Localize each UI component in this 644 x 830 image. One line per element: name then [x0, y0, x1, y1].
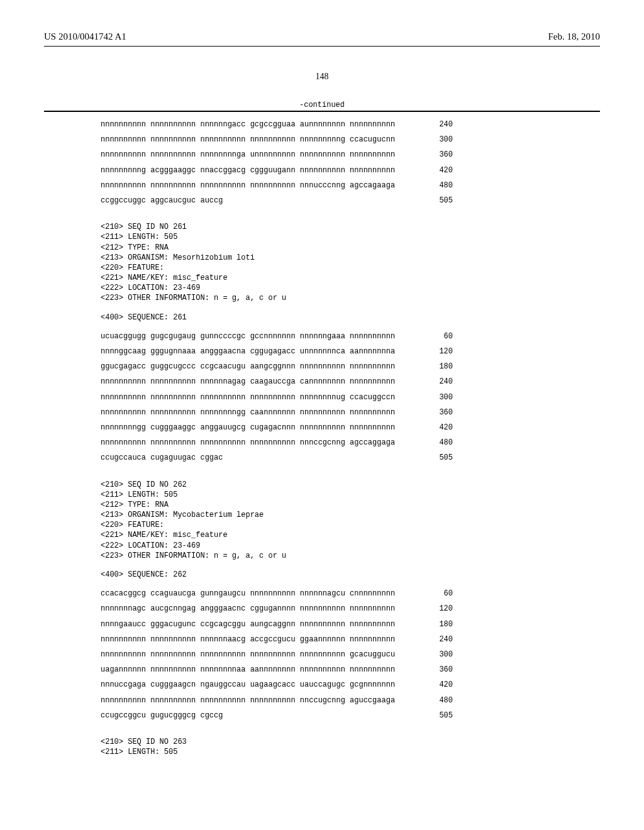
sequence-text: uagannnnnn nnnnnnnnnn nnnnnnnnaa aannnnn… — [101, 665, 395, 675]
sequence-row: nnnnggcaag gggugnnaaa angggaacna cggugag… — [101, 346, 453, 357]
sequence-row: ggucgagacc guggcugccc ccgcaacugu aangcgg… — [101, 362, 453, 372]
sequence-text: nnnngaaucc gggacugunc ccgcagcggu aungcag… — [101, 619, 395, 629]
sequence-position: 360 — [428, 665, 453, 675]
pub-number: US 2010/0041742 A1 — [44, 31, 126, 42]
sequence-position: 420 — [428, 165, 453, 175]
sequence-row: nnnnnnnnnn nnnnnnnnnn nnnnnnnnnn nnnnnnn… — [101, 180, 453, 191]
sequence-content: nnnnnnnnnn nnnnnnnnnn nnnnnngacc gcgccgg… — [44, 119, 600, 757]
sequence-position: 505 — [428, 196, 453, 206]
sequence-row: nnnnnnnnng acgggaaggc nnaccggacg cggguug… — [101, 165, 453, 175]
header-rule — [44, 46, 600, 47]
sequence-metadata: <210> SEQ ID NO 263 <211> LENGTH: 505 — [101, 737, 600, 757]
sequence-metadata: <400> SEQUENCE: 262 — [101, 570, 600, 580]
sequence-position: 180 — [428, 362, 453, 372]
sequence-row: nnnnnnnagc aucgcnngag angggaacnc cggugan… — [101, 604, 453, 614]
sequence-position: 240 — [428, 119, 453, 130]
sequence-row: ccacacggcg ccaguaucga gunngaugcu nnnnnnn… — [101, 589, 453, 599]
sequence-row: nnnnnnnnnn nnnnnnnnnn nnnnnnagag caagauc… — [101, 377, 453, 387]
sequence-position: 480 — [428, 695, 453, 706]
continued-rule — [44, 111, 600, 112]
sequence-text: nnnnnnnnnn nnnnnnnnnn nnnnnnnnnn nnnnnnn… — [101, 650, 395, 660]
sequence-text: nnnnnnnnnn nnnnnnnnnn nnnnnnagag caagauc… — [101, 377, 395, 387]
sequence-position: 360 — [428, 407, 453, 418]
sequence-text: nnnnnnnnnn nnnnnnnnnn nnnnnnnnnn nnnnnnn… — [101, 695, 395, 706]
sequence-position: 300 — [428, 650, 453, 660]
sequence-position: 480 — [428, 180, 453, 191]
sequence-position: 420 — [428, 423, 453, 433]
sequence-row: nnnnnnnngg cugggaaggc anggauugcg cugagac… — [101, 423, 453, 433]
sequence-text: ccugccauca cugaguugac cggac — [101, 453, 223, 463]
sequence-text: ucuacggugg gugcgugaug gunnccccgc gccnnnn… — [101, 331, 395, 341]
sequence-text: ccacacggcg ccaguaucga gunngaugcu nnnnnnn… — [101, 589, 395, 599]
sequence-text: nnnnnnnnnn nnnnnnnnnn nnnnnnnnnn nnnnnnn… — [101, 180, 395, 191]
sequence-row: ccggccuggc aggcaucguc auccg505 — [101, 196, 453, 206]
sequence-position: 60 — [428, 331, 453, 341]
sequence-position: 360 — [428, 150, 453, 160]
sequence-position: 300 — [428, 135, 453, 145]
sequence-position: 240 — [428, 634, 453, 645]
sequence-position: 505 — [428, 453, 453, 463]
sequence-text: nnnnnnnagc aucgcnngag angggaacnc cggugan… — [101, 604, 395, 614]
sequence-row: uagannnnnn nnnnnnnnnn nnnnnnnnaa aannnnn… — [101, 665, 453, 675]
sequence-row: nnnnnnnnnn nnnnnnnnnn nnnnnngacc gcgccgg… — [101, 119, 453, 130]
sequence-block: ccacacggcg ccaguaucga gunngaugcu nnnnnnn… — [44, 589, 600, 726]
sequence-row: nnnuccgaga cugggaagcn ngauggccau uagaagc… — [101, 680, 453, 690]
sequence-row: nnnngaaucc gggacugunc ccgcagcggu aungcag… — [101, 619, 453, 629]
sequence-text: ccggccuggc aggcaucguc auccg — [101, 196, 223, 206]
sequence-text: nnnnnnnnnn nnnnnnnnnn nnnnnnnnnn nnnnnnn… — [101, 438, 395, 448]
sequence-metadata: <210> SEQ ID NO 262 <211> LENGTH: 505 <2… — [101, 480, 600, 562]
sequence-text: nnnnnnnnnn nnnnnnnnnn nnnnnngacc gcgccgg… — [101, 119, 395, 130]
sequence-text: nnnnggcaag gggugnnaaa angggaacna cggugag… — [101, 346, 395, 357]
sequence-metadata: <210> SEQ ID NO 261 <211> LENGTH: 505 <2… — [101, 222, 600, 304]
sequence-row: nnnnnnnnnn nnnnnnnnnn nnnnnnnnnn nnnnnnn… — [101, 135, 453, 145]
sequence-block: nnnnnnnnnn nnnnnnnnnn nnnnnngacc gcgccgg… — [44, 119, 600, 211]
sequence-row: nnnnnnnnnn nnnnnnnnnn nnnnnnnngg caannnn… — [101, 407, 453, 418]
sequence-row: nnnnnnnnnn nnnnnnnnnn nnnnnnnnnn nnnnnnn… — [101, 438, 453, 448]
sequence-position: 60 — [428, 589, 453, 599]
sequence-position: 505 — [428, 711, 453, 721]
sequence-position: 120 — [428, 604, 453, 614]
sequence-text: nnnnnnnngg cugggaaggc anggauugcg cugagac… — [101, 423, 395, 433]
sequence-row: nnnnnnnnnn nnnnnnnnnn nnnnnnnnnn nnnnnnn… — [101, 695, 453, 706]
sequence-row: nnnnnnnnnn nnnnnnnnnn nnnnnnnnnn nnnnnnn… — [101, 392, 453, 402]
sequence-text: nnnnnnnnnn nnnnnnnnnn nnnnnnnnga unnnnnn… — [101, 150, 395, 160]
pub-date: Feb. 18, 2010 — [548, 31, 601, 42]
sequence-row: nnnnnnnnnn nnnnnnnnnn nnnnnnnnga unnnnnn… — [101, 150, 453, 160]
sequence-text: ccugccggcu gugucgggcg cgccg — [101, 711, 223, 721]
sequence-position: 240 — [428, 377, 453, 387]
sequence-text: nnnuccgaga cugggaagcn ngauggccau uagaagc… — [101, 680, 395, 690]
sequence-block: ucuacggugg gugcgugaug gunnccccgc gccnnnn… — [44, 331, 600, 468]
sequence-metadata: <400> SEQUENCE: 261 — [101, 313, 600, 323]
sequence-position: 480 — [428, 438, 453, 448]
sequence-row: ccugccggcu gugucgggcg cgccg505 — [101, 711, 453, 721]
sequence-position: 420 — [428, 680, 453, 690]
sequence-text: ggucgagacc guggcugccc ccgcaacugu aangcgg… — [101, 362, 395, 372]
sequence-text: nnnnnnnnnn nnnnnnnnnn nnnnnnnnnn nnnnnnn… — [101, 392, 395, 402]
sequence-position: 120 — [428, 346, 453, 357]
sequence-position: 180 — [428, 619, 453, 629]
sequence-row: ccugccauca cugaguugac cggac505 — [101, 453, 453, 463]
sequence-text: nnnnnnnnnn nnnnnnnnnn nnnnnnnngg caannnn… — [101, 407, 395, 418]
sequence-text: nnnnnnnnng acgggaaggc nnaccggacg cggguug… — [101, 165, 395, 175]
sequence-text: nnnnnnnnnn nnnnnnnnnn nnnnnnaacg accgccg… — [101, 634, 395, 645]
continued-label: -continued — [44, 101, 600, 109]
sequence-row: ucuacggugg gugcgugaug gunnccccgc gccnnnn… — [101, 331, 453, 341]
sequence-position: 300 — [428, 392, 453, 402]
sequence-row: nnnnnnnnnn nnnnnnnnnn nnnnnnnnnn nnnnnnn… — [101, 650, 453, 660]
sequence-text: nnnnnnnnnn nnnnnnnnnn nnnnnnnnnn nnnnnnn… — [101, 135, 395, 145]
page-number: 148 — [44, 72, 600, 82]
sequence-row: nnnnnnnnnn nnnnnnnnnn nnnnnnaacg accgccg… — [101, 634, 453, 645]
